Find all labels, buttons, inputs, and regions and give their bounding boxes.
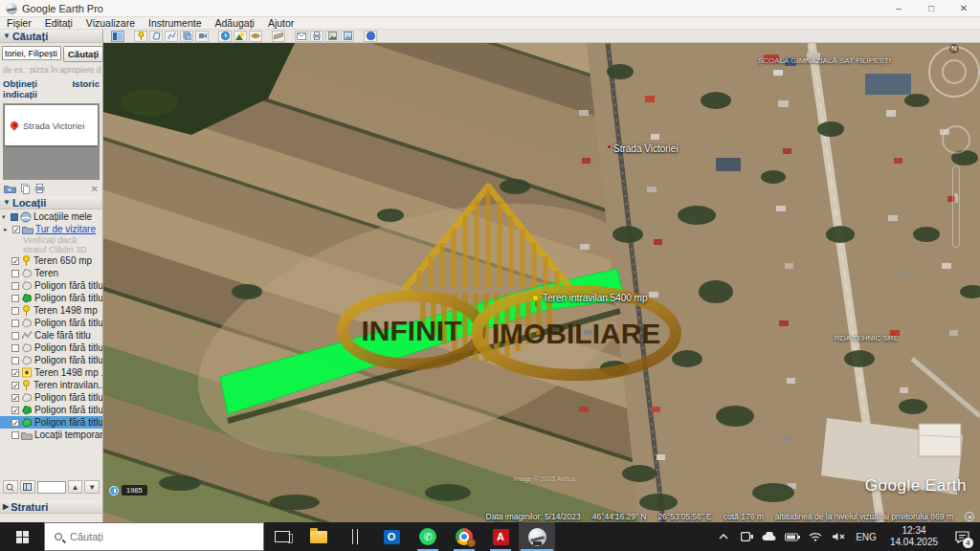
places-item-temporary[interactable]: Locații temporare xyxy=(0,429,102,441)
checkbox[interactable] xyxy=(11,332,19,340)
checkbox[interactable] xyxy=(11,382,19,389)
zoom-slider[interactable] xyxy=(952,165,960,248)
sidebar-toggle-icon[interactable] xyxy=(111,31,124,42)
calculator-button[interactable] xyxy=(337,522,373,551)
places-panel-icon[interactable] xyxy=(20,480,35,494)
places-item-polygon[interactable]: Poligon fără titlu xyxy=(0,354,102,366)
pan-control[interactable] xyxy=(942,125,970,154)
places-item-polygon-selected[interactable]: Poligon fără titlu xyxy=(0,416,102,429)
ruler-icon[interactable] xyxy=(272,31,285,42)
places-item-teren-intravilan[interactable]: Teren intravilan... xyxy=(0,379,102,391)
action-center-button[interactable]: 4 xyxy=(947,522,976,551)
places-item-teren-1498-2[interactable]: Teren 1498 mp ... xyxy=(0,366,102,379)
checkbox[interactable] xyxy=(11,407,19,414)
save-image-icon[interactable] xyxy=(325,31,339,42)
minimize-button[interactable]: – xyxy=(882,3,915,13)
checkbox[interactable] xyxy=(11,257,19,265)
acrobat-button[interactable]: A xyxy=(482,522,519,551)
clear-results-icon[interactable]: ✕ xyxy=(91,184,99,194)
places-item-tour[interactable]: ▸ Tur de vizitare xyxy=(0,223,102,235)
taskbar-clock[interactable]: 12:34 14.04.2025 xyxy=(884,525,944,548)
places-item-teren-650[interactable]: Teren 650 mp xyxy=(0,254,102,267)
whatsapp-button[interactable]: ✆ xyxy=(410,522,446,551)
outlook-button[interactable]: O xyxy=(373,522,410,551)
search-result-item[interactable]: Strada Victoriei xyxy=(5,105,98,145)
menu-instrumente[interactable]: Instrumente xyxy=(142,17,208,29)
places-item-polygon[interactable]: Poligon fără titlu xyxy=(0,279,102,292)
close-button[interactable]: ✕ xyxy=(947,3,980,13)
places-item-polygon[interactable]: Poligon fără titlu xyxy=(0,404,102,416)
add-path-icon[interactable] xyxy=(165,31,178,42)
parcel-pin-icon[interactable] xyxy=(532,295,539,301)
scroll-down-icon[interactable]: ▼ xyxy=(84,480,100,494)
task-view-button[interactable] xyxy=(264,522,301,551)
view-in-maps-icon[interactable] xyxy=(364,31,377,42)
restore-button[interactable]: □ xyxy=(915,3,947,13)
search-button[interactable]: Căutați xyxy=(63,46,103,62)
places-filter-input[interactable] xyxy=(37,481,66,494)
print-result-icon[interactable] xyxy=(34,184,45,193)
tray-chevron-icon[interactable] xyxy=(714,522,733,551)
menu-fisier[interactable]: Fișier xyxy=(0,17,38,29)
search-panel-header[interactable]: ▼Căutați xyxy=(0,30,102,43)
image-overlay-icon[interactable] xyxy=(180,31,193,42)
add-placemark-icon[interactable] xyxy=(134,31,147,42)
expander-icon[interactable]: ▾ xyxy=(2,213,9,221)
menu-ajutor[interactable]: Ajutor xyxy=(261,17,301,29)
email-icon[interactable] xyxy=(295,31,308,42)
add-to-places-icon[interactable] xyxy=(4,184,16,193)
chrome-button[interactable] xyxy=(446,522,482,551)
checkbox[interactable] xyxy=(11,419,19,427)
zoom-handle[interactable] xyxy=(954,193,958,203)
historical-imagery-icon[interactable] xyxy=(218,31,232,42)
taskbar-search[interactable] xyxy=(44,522,264,551)
copy-result-icon[interactable] xyxy=(21,184,30,194)
record-tour-icon[interactable] xyxy=(195,31,209,42)
history-link[interactable]: Istoric xyxy=(72,78,100,99)
places-item-polygon[interactable]: Poligon fără titlu xyxy=(0,342,102,354)
expander-icon[interactable]: ▸ xyxy=(4,226,11,233)
google-earth-button[interactable] xyxy=(519,522,555,551)
map-viewport[interactable]: INFINIT IMOBILIARE Strada Victoriei Tere… xyxy=(103,43,980,522)
layers-panel-header[interactable]: ▶Straturi xyxy=(0,500,102,514)
menu-vizualizare[interactable]: Vizualizare xyxy=(79,17,142,29)
print-icon[interactable] xyxy=(310,31,323,42)
checkbox[interactable] xyxy=(11,307,19,315)
places-item-polygon[interactable]: Poligon fără titlu xyxy=(0,317,102,329)
checkbox[interactable] xyxy=(11,344,19,352)
battery-icon[interactable] xyxy=(783,522,802,551)
places-item-my-places[interactable]: ▾ Locațiile mele xyxy=(0,210,102,223)
compass-control[interactable]: N xyxy=(928,46,980,98)
onedrive-icon[interactable] xyxy=(760,522,779,551)
menu-adaugati[interactable]: Adăugați xyxy=(208,17,260,29)
places-item-polygon[interactable]: Poligon fără titlu xyxy=(0,391,102,404)
checkbox[interactable] xyxy=(11,369,19,377)
places-panel-header[interactable]: ▼Locații xyxy=(0,196,102,209)
search-input[interactable] xyxy=(2,46,61,60)
checkbox[interactable] xyxy=(11,295,19,302)
checkbox[interactable] xyxy=(11,320,19,327)
history-year-badge[interactable]: 1985 xyxy=(109,485,147,496)
scroll-up-icon[interactable]: ▲ xyxy=(68,480,83,494)
places-item-polygon[interactable]: Poligon fără titlu xyxy=(0,292,102,304)
checkbox[interactable] xyxy=(11,270,19,277)
meet-now-icon[interactable] xyxy=(737,522,756,551)
language-indicator[interactable]: ENG xyxy=(852,522,880,551)
menu-editati[interactable]: Editați xyxy=(38,17,79,29)
places-item-teren[interactable]: Teren xyxy=(0,267,102,279)
volume-muted-icon[interactable] xyxy=(829,522,848,551)
places-search-icon[interactable] xyxy=(3,480,18,494)
planets-icon[interactable] xyxy=(249,31,262,42)
start-button[interactable] xyxy=(0,522,44,551)
sunlight-icon[interactable] xyxy=(234,31,247,42)
taskbar-search-input[interactable] xyxy=(70,531,213,542)
checkbox[interactable] xyxy=(11,431,19,439)
places-item-teren-1498[interactable]: Teren 1498 mp xyxy=(0,304,102,317)
get-directions-link[interactable]: Obțineți indicații xyxy=(3,78,64,99)
share-screenshot-icon[interactable] xyxy=(341,31,354,42)
checkbox[interactable] xyxy=(11,282,19,290)
file-explorer-button[interactable] xyxy=(301,522,337,551)
wifi-icon[interactable] xyxy=(806,522,825,551)
checkbox[interactable] xyxy=(11,357,19,364)
places-item-cale[interactable]: Cale fără titlu xyxy=(0,329,102,342)
